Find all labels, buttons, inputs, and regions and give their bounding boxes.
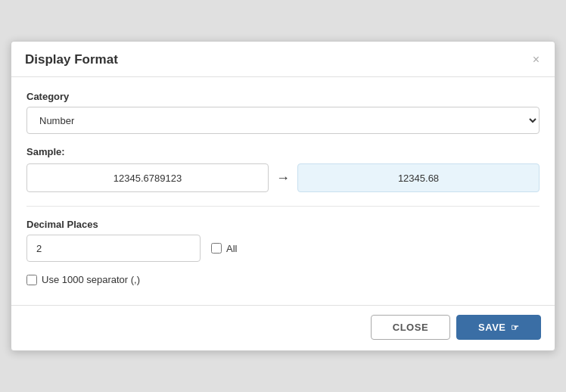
modal-footer: CLOSE SAVE ☞ xyxy=(11,305,555,350)
all-label: All xyxy=(226,243,237,254)
sample-row: → 12345.68 xyxy=(26,163,540,192)
decimal-section: Decimal Places All xyxy=(26,219,540,262)
category-label: Category xyxy=(26,91,540,102)
close-button[interactable]: CLOSE xyxy=(371,315,450,340)
modal-overlay: Display Format × Category Number Currenc… xyxy=(0,0,566,392)
close-x-button[interactable]: × xyxy=(531,54,541,66)
decimal-places-label: Decimal Places xyxy=(26,219,540,230)
modal-title: Display Format xyxy=(25,52,118,67)
sample-input[interactable] xyxy=(26,163,269,192)
arrow-icon: → xyxy=(276,170,290,186)
divider xyxy=(26,206,540,207)
cursor-icon: ☞ xyxy=(511,322,520,333)
modal-body: Category Number Currency Percentage Date… xyxy=(11,77,555,305)
decimal-row: All xyxy=(26,235,540,262)
separator-row: Use 1000 separator (,) xyxy=(26,274,540,285)
sample-label: Sample: xyxy=(26,146,540,157)
all-checkbox-label[interactable]: All xyxy=(211,243,237,254)
separator-label: Use 1000 separator (,) xyxy=(42,274,140,285)
decimal-places-input[interactable] xyxy=(26,235,201,262)
separator-checkbox[interactable] xyxy=(26,275,37,285)
sample-output: 12345.68 xyxy=(297,163,540,192)
save-label: SAVE xyxy=(478,322,505,333)
category-select[interactable]: Number Currency Percentage Date Text xyxy=(26,107,540,134)
all-checkbox[interactable] xyxy=(211,243,222,254)
category-group: Category Number Currency Percentage Date… xyxy=(26,91,540,134)
save-button[interactable]: SAVE ☞ xyxy=(456,315,541,340)
sample-section: Sample: → 12345.68 xyxy=(26,146,540,192)
modal-dialog: Display Format × Category Number Currenc… xyxy=(11,41,555,351)
modal-header: Display Format × xyxy=(11,42,555,77)
